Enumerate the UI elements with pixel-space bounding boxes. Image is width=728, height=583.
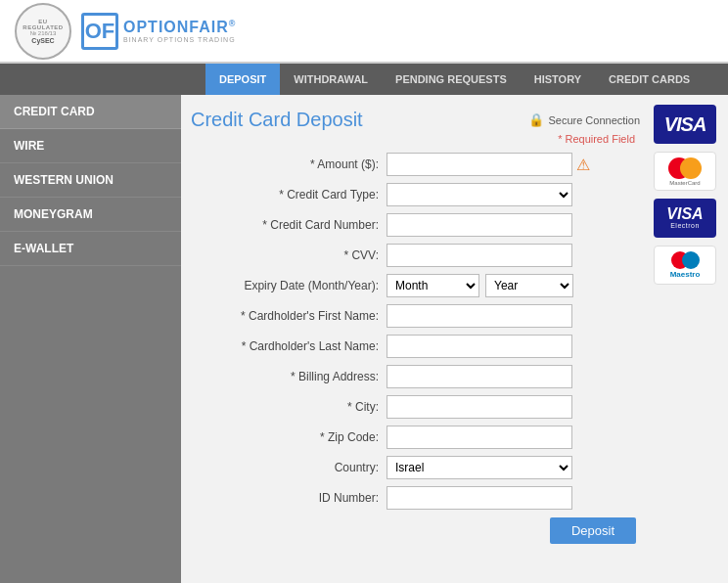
warning-icon: ⚠ [576, 156, 590, 174]
last-name-label: * Cardholder's Last Name: [191, 339, 387, 353]
billing-address-row: * Billing Address: [191, 365, 640, 388]
required-field-note: * Required Field [191, 133, 640, 145]
maestro-logo: Maestro [654, 246, 716, 285]
zip-input[interactable] [387, 426, 572, 449]
id-number-input[interactable] [387, 486, 572, 510]
nav-item-withdrawal[interactable]: WITHDRAWAL [280, 64, 382, 95]
country-label: Country: [191, 461, 387, 474]
lock-icon: 🔒 [528, 112, 544, 127]
deposit-button[interactable]: Deposit [550, 517, 636, 544]
mastercard-text: MasterCard [669, 180, 700, 186]
maestro-circles [671, 251, 700, 269]
cvv-label: * CVV: [191, 248, 387, 262]
form-title: Credit Card Deposit [191, 109, 363, 131]
last-name-row: * Cardholder's Last Name: [191, 335, 640, 358]
country-row: Country: Israel United States United Kin… [191, 456, 640, 479]
sidebar-item-western-union[interactable]: WESTERN UNION [0, 163, 181, 198]
first-name-row: * Cardholder's First Name: [191, 304, 640, 328]
year-select[interactable]: Year 202420252026 2027202820292030 [485, 274, 573, 297]
sidebar-item-ewallet[interactable]: E-WALLET [0, 232, 181, 266]
cc-number-label: * Credit Card Number: [191, 218, 387, 232]
nav-item-history[interactable]: HISTORY [521, 64, 595, 95]
first-name-input[interactable] [387, 304, 572, 328]
eu-badge: EU REGULATED № 216/13 CySEC [15, 3, 71, 60]
sidebar-item-wire[interactable]: WIRE [0, 129, 181, 163]
header: EU REGULATED № 216/13 CySEC OF OPTIONFAI… [0, 0, 728, 64]
city-label: * City: [191, 400, 387, 414]
amount-label: * Amount ($): [191, 157, 387, 171]
amount-input[interactable] [387, 153, 572, 176]
trademark: ® [229, 19, 237, 28]
zip-row: * Zip Code: [191, 426, 640, 449]
visa-text: VISA [664, 113, 706, 136]
cc-number-row: * Credit Card Number: [191, 213, 640, 237]
mastercard-logo: MasterCard [654, 152, 716, 191]
cc-type-row: * Credit Card Type: [191, 183, 640, 206]
month-select[interactable]: Month JanuaryFebruaryMarch AprilMayJune … [387, 274, 479, 297]
logo-area: EU REGULATED № 216/13 CySEC OF OPTIONFAI… [15, 3, 236, 60]
cvv-row: * CVV: [191, 244, 640, 267]
cvv-input[interactable] [387, 244, 572, 267]
zip-label: * Zip Code: [191, 430, 387, 444]
eu-cysec: CySEC [31, 37, 54, 44]
amount-row: * Amount ($): ⚠ [191, 153, 640, 176]
nav-item-pending[interactable]: PENDING REQUESTS [382, 64, 521, 95]
form-title-row: Credit Card Deposit 🔒 Secure Connection [191, 109, 640, 131]
mc-orange-circle [680, 157, 702, 179]
billing-address-input[interactable] [387, 365, 572, 388]
visa-logo: VISA [654, 105, 716, 144]
body-layout: CREDIT CARD WIRE WESTERN UNION MONEYGRAM… [0, 95, 728, 583]
form-container: Credit Card Deposit 🔒 Secure Connection … [181, 95, 728, 558]
country-select[interactable]: Israel United States United Kingdom Germ… [387, 456, 572, 479]
mastercard-circles [668, 157, 702, 179]
brand-logo: OF OPTIONFAIR® BINARY OPTIONS TRADING [81, 13, 236, 50]
id-number-row: ID Number: [191, 486, 640, 510]
main-content: VISA MasterCard VISA Electron [181, 95, 728, 583]
maestro-blue [682, 251, 700, 269]
sidebar: CREDIT CARD WIRE WESTERN UNION MONEYGRAM… [0, 95, 181, 583]
id-number-label: ID Number: [191, 491, 387, 505]
sidebar-item-credit-card: CREDIT CARD [0, 95, 181, 129]
brand-text-block: OPTIONFAIR® BINARY OPTIONS TRADING [123, 19, 236, 43]
maestro-text: Maestro [670, 270, 701, 279]
secure-connection: 🔒 Secure Connection [528, 112, 640, 127]
ve-electron-text: Electron [670, 222, 700, 230]
nav-item-deposit[interactable]: DEPOSIT [205, 64, 280, 95]
eu-num: № 216/13 [30, 30, 56, 36]
sidebar-item-moneygram[interactable]: MONEYGRAM [0, 198, 181, 232]
cc-type-label: * Credit Card Type: [191, 188, 387, 202]
billing-address-label: * Billing Address: [191, 370, 387, 383]
brand-name: OPTIONFAIR® [123, 19, 236, 36]
cc-type-select[interactable] [387, 183, 572, 206]
last-name-input[interactable] [387, 335, 572, 358]
city-row: * City: [191, 395, 640, 419]
expiry-label: Expiry Date (Month/Year): [191, 279, 387, 292]
expiry-selects: Month JanuaryFebruaryMarch AprilMayJune … [387, 274, 573, 297]
of-box: OF [81, 13, 118, 50]
first-name-label: * Cardholder's First Name: [191, 309, 387, 323]
eu-regulated-text: EU REGULATED [21, 19, 66, 30]
secure-text: Secure Connection [548, 114, 640, 126]
visa-electron-logo: VISA Electron [654, 199, 716, 238]
nav-bar: DEPOSIT WITHDRAWAL PENDING REQUESTS HIST… [0, 64, 728, 95]
of-letters: OF [85, 21, 115, 42]
deposit-button-row: Deposit [191, 517, 640, 544]
cc-number-input[interactable] [387, 213, 572, 237]
ve-visa-text: VISA [666, 206, 703, 222]
nav-item-credit-cards[interactable]: CREDIT CARDS [595, 64, 704, 95]
brand-subtitle: BINARY OPTIONS TRADING [123, 36, 236, 43]
expiry-row: Expiry Date (Month/Year): Month JanuaryF… [191, 274, 640, 297]
card-logos-panel: VISA MasterCard VISA Electron [650, 105, 720, 285]
city-input[interactable] [387, 395, 572, 419]
